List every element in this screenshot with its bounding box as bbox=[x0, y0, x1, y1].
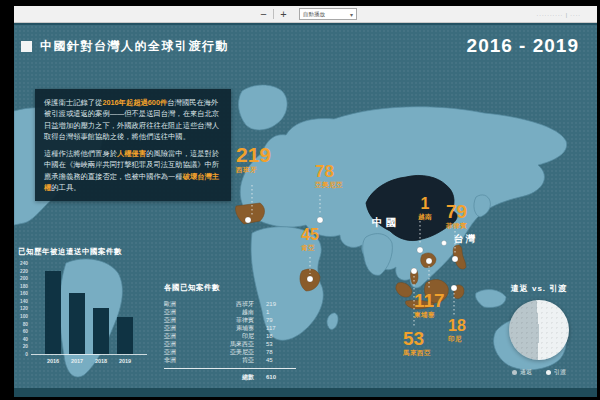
bar-chart: 已知歷年被迫遣送中國案件數 24022020018016014012010080… bbox=[14, 247, 159, 257]
t-country-cell: 柬埔寨 bbox=[198, 324, 254, 332]
legend-label-extradition: 引渡 bbox=[554, 368, 566, 377]
callout-malaysia: 53馬來西亞 bbox=[403, 329, 431, 357]
t-region-cell: 歐洲 bbox=[164, 300, 198, 308]
land-japan bbox=[474, 195, 490, 217]
callout-value: 78 bbox=[315, 163, 343, 180]
callout-armenia: 78亞美尼亞 bbox=[315, 163, 343, 189]
zoom-in-button[interactable]: + bbox=[276, 8, 291, 21]
t-region-cell: 亞洲 bbox=[164, 332, 198, 340]
map-marker-philippines bbox=[452, 256, 458, 262]
bar-2018[interactable] bbox=[93, 308, 109, 355]
bar-chart-y-axis: 240220200180160140120100806040200 bbox=[14, 261, 28, 357]
land-madagascar bbox=[327, 313, 338, 329]
t-region-cell: 非洲 bbox=[164, 356, 198, 364]
t-region-cell: 亞洲 bbox=[164, 308, 198, 316]
country-table-rows: 歐洲西班牙219亞洲越南1亞洲菲律賓79亞洲柬埔寨117亞洲印尼18亞洲馬來西亞… bbox=[164, 300, 296, 364]
pie-chart bbox=[509, 300, 569, 360]
callout-philippines: 79菲律賓 bbox=[446, 202, 467, 230]
pie-legend: 遣返 引渡 bbox=[484, 368, 594, 377]
table-total-row: 總數 610 bbox=[164, 373, 296, 381]
country-sumatra bbox=[396, 282, 412, 297]
t-value-cell: 1 bbox=[254, 308, 284, 316]
map-marker-spain bbox=[245, 217, 251, 223]
viewer-stage: − + 自動播放 ▾ ·········· | ···· bbox=[14, 6, 597, 397]
y-tick-label: 0 bbox=[25, 352, 28, 357]
pie-chart-block: 遣返 vs. 引渡 遣返 引渡 bbox=[484, 283, 594, 377]
callout-country-name: 西班牙 bbox=[236, 167, 271, 174]
toolbar-right-text: ·········· | ···· bbox=[537, 12, 581, 18]
intro-panel: 保護衛士記錄了從2016年起超過600件台灣國民在海外被引渡或遣返的案例——但不… bbox=[35, 89, 231, 201]
table-row: 亞洲馬來西亞53 bbox=[164, 340, 296, 348]
bar-chart-x-axis-line bbox=[31, 354, 147, 355]
table-row: 非洲肯亞45 bbox=[164, 356, 296, 364]
header: 中國針對台灣人的全球引渡行動 bbox=[21, 38, 229, 55]
toolbar-separator bbox=[273, 9, 274, 19]
taiwan-label: 台灣 bbox=[454, 233, 477, 246]
bar-2019[interactable] bbox=[117, 317, 133, 355]
callout-value: 45 bbox=[301, 227, 319, 243]
t-value-cell: 219 bbox=[254, 300, 284, 308]
y-tick-label: 60 bbox=[23, 329, 28, 334]
zoom-out-button[interactable]: − bbox=[256, 8, 271, 21]
callout-cambodia: 117柬埔寨 bbox=[414, 291, 445, 319]
infographic-canvas: 中國針對台灣人的全球引渡行動 2016 - 2019 保護衛士記錄了從2016年… bbox=[14, 23, 597, 388]
t-country-cell: 越南 bbox=[198, 308, 254, 316]
footer-strip bbox=[14, 388, 597, 397]
table-row: 亞洲亞美尼亞78 bbox=[164, 348, 296, 356]
y-tick-label: 180 bbox=[20, 284, 28, 289]
callout-country-name: 越南 bbox=[410, 214, 440, 221]
table-row: 亞洲越南1 bbox=[164, 308, 296, 316]
t-value-cell: 78 bbox=[254, 348, 284, 356]
callout-country-name: 菲律賓 bbox=[446, 223, 467, 230]
y-tick-label: 220 bbox=[20, 269, 28, 274]
callout-country-name: 肯亞 bbox=[301, 245, 319, 252]
y-tick-label: 200 bbox=[20, 276, 28, 281]
y-tick-label: 20 bbox=[23, 344, 28, 349]
pie-chart-title: 遣返 vs. 引渡 bbox=[484, 283, 594, 294]
total-region-cell bbox=[164, 373, 198, 381]
map-marker-cambodia bbox=[426, 258, 432, 264]
y-tick-label: 40 bbox=[23, 337, 28, 342]
page-title: 中國針對台灣人的全球引渡行動 bbox=[40, 38, 229, 55]
table-row: 亞洲柬埔寨117 bbox=[164, 324, 296, 332]
callout-vietnam: 1越南 bbox=[410, 196, 440, 221]
legend-dot-gray bbox=[512, 370, 517, 375]
viewer-toolbar: − + 自動播放 ▾ ·········· | ···· bbox=[14, 6, 597, 23]
y-tick-label: 80 bbox=[23, 322, 28, 327]
t-value-cell: 53 bbox=[254, 340, 284, 348]
t-country-cell: 菲律賓 bbox=[198, 316, 254, 324]
autoplay-dropdown-label: 自動播放 bbox=[303, 11, 325, 18]
callout-value: 18 bbox=[448, 318, 466, 334]
t-value-cell: 79 bbox=[254, 316, 284, 324]
land-greenland bbox=[239, 85, 288, 130]
legend-item-extradition: 引渡 bbox=[546, 368, 566, 377]
x-tick-label: 2019 bbox=[117, 358, 133, 364]
callout-spain: 219西班牙 bbox=[236, 144, 271, 174]
autoplay-dropdown[interactable]: 自動播放 ▾ bbox=[299, 8, 357, 20]
map-marker-vietnam bbox=[417, 247, 423, 253]
callout-value: 117 bbox=[414, 291, 445, 310]
country-table: 各國已知案件數 歐洲西班牙219亞洲越南1亞洲菲律賓79亞洲柬埔寨117亞洲印尼… bbox=[164, 283, 296, 381]
callout-kenya: 45肯亞 bbox=[301, 227, 319, 252]
intro-highlight-rights: 人權侵害 bbox=[117, 149, 146, 158]
t-region-cell: 亞洲 bbox=[164, 316, 198, 324]
y-tick-label: 120 bbox=[20, 306, 28, 311]
x-tick-label: 2017 bbox=[69, 358, 85, 364]
y-tick-label: 240 bbox=[20, 261, 28, 266]
bar-chart-x-labels: 2016201720182019 bbox=[31, 358, 147, 364]
intro-highlight-cases: 2016年起超過600件 bbox=[102, 98, 167, 107]
legend-label-deportation: 遣返 bbox=[520, 368, 532, 377]
t-country-cell: 肯亞 bbox=[198, 356, 254, 364]
x-tick-label: 2016 bbox=[45, 358, 61, 364]
callout-country-name: 馬來西亞 bbox=[403, 350, 431, 357]
bar-2016[interactable] bbox=[45, 271, 61, 354]
t-value-cell: 45 bbox=[254, 356, 284, 364]
intro-paragraph-2: 這種作法將他們置身於人權侵害的風險當中，這是對於中國在《海峽兩岸共同打擊犯罪及司… bbox=[44, 148, 222, 193]
period-label: 2016 - 2019 bbox=[467, 35, 579, 57]
legend-dot-white bbox=[546, 370, 551, 375]
bar-2017[interactable] bbox=[69, 293, 85, 355]
title-square-icon bbox=[21, 41, 32, 52]
map-marker-armenia bbox=[317, 217, 323, 223]
table-row: 亞洲菲律賓79 bbox=[164, 316, 296, 324]
y-tick-label: 160 bbox=[20, 291, 28, 296]
